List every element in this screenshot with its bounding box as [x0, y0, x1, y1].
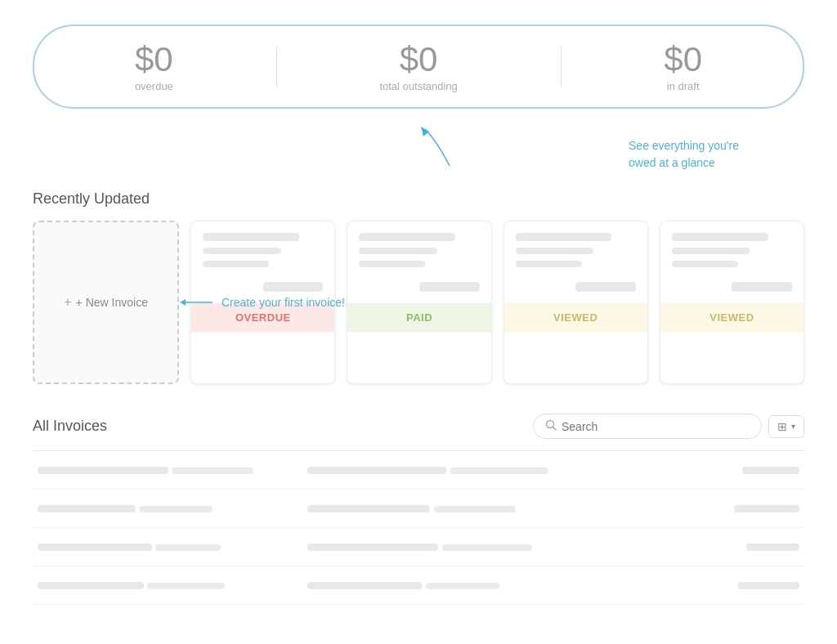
summary-overdue: $0 overdue	[135, 41, 173, 92]
search-box[interactable]	[533, 414, 762, 439]
divider-1	[276, 47, 277, 87]
table-row[interactable]	[33, 566, 804, 605]
skeleton-sub	[139, 506, 213, 512]
skeleton-sub1	[359, 248, 437, 254]
skeleton-cell	[38, 467, 168, 474]
skeleton-cell	[746, 543, 799, 551]
card-body-viewed-2	[660, 221, 803, 292]
view-toggle-button[interactable]: ⊞ ▾	[768, 415, 804, 438]
skeleton-sub	[442, 544, 532, 551]
skeleton-sub2	[359, 261, 425, 267]
summary-total-outstanding: $0 total outstanding	[379, 41, 457, 92]
total-outstanding-amount: $0	[379, 41, 457, 78]
table-cell-right	[573, 566, 804, 605]
table-cell-mid	[302, 566, 572, 605]
table-row[interactable]	[33, 490, 804, 528]
skeleton-sub	[426, 583, 499, 589]
skeleton-amount	[732, 282, 792, 292]
svg-line-3	[553, 427, 557, 431]
skeleton-cell	[734, 505, 799, 512]
skeleton-cell	[307, 582, 422, 589]
overdue-amount: $0	[135, 41, 173, 78]
skeleton-amount	[419, 282, 480, 292]
cards-row: + + New Invoice OVERDUE	[33, 221, 804, 384]
skeleton-cell	[38, 505, 136, 512]
invoice-card-viewed-1[interactable]: VIEWED	[504, 221, 648, 384]
table-cell-left	[33, 566, 302, 605]
recently-updated-title: Recently Updated	[33, 190, 804, 208]
skeleton-sub	[450, 467, 548, 474]
chevron-down-icon: ▾	[791, 422, 795, 431]
grid-icon: ⊞	[777, 420, 787, 433]
in-draft-label: in draft	[664, 80, 702, 92]
summary-annotation-text: See everything you'reowed at a glance	[629, 137, 739, 172]
table-cell-mid	[302, 451, 572, 490]
divider-2	[561, 47, 562, 87]
invoice-table	[33, 451, 804, 605]
skeleton-sub2	[672, 261, 738, 267]
invoices-header: All Invoices ⊞ ▾	[33, 414, 804, 439]
card-body-viewed-1	[504, 221, 647, 292]
recently-updated-section: Recently Updated + + New Invoice OVERDUE	[33, 190, 804, 384]
skeleton-title	[203, 233, 299, 241]
skeleton-cell	[307, 543, 438, 551]
new-invoice-label: + New Invoice	[76, 296, 148, 309]
skeleton-cell	[738, 582, 799, 589]
search-icon	[545, 419, 557, 433]
total-outstanding-label: total outstanding	[379, 80, 457, 92]
skeleton-sub	[172, 467, 253, 474]
invoice-card-overdue[interactable]: OVERDUE	[190, 221, 335, 384]
skeleton-cell	[38, 582, 144, 589]
table-cell-mid	[302, 490, 572, 528]
skeleton-amount	[263, 282, 324, 292]
card-body-overdue	[191, 221, 334, 292]
skeleton-sub	[147, 583, 225, 589]
new-invoice-card[interactable]: + + New Invoice	[33, 221, 179, 384]
annotation-arrow-summary	[384, 125, 482, 170]
table-cell-right	[573, 490, 804, 528]
table-cell-mid	[302, 528, 572, 566]
svg-marker-0	[421, 127, 429, 136]
summary-annotation-area: See everything you'reowed at a glance	[33, 133, 804, 182]
table-row[interactable]	[33, 528, 804, 566]
new-invoice-button[interactable]: + + New Invoice	[64, 295, 148, 310]
all-invoices-section: All Invoices ⊞ ▾	[33, 414, 804, 605]
table-cell-left	[33, 451, 302, 490]
summary-in-draft: $0 in draft	[664, 41, 702, 92]
skeleton-sub1	[516, 248, 594, 254]
skeleton-sub	[434, 506, 516, 512]
skeleton-sub1	[672, 248, 750, 254]
in-draft-amount: $0	[664, 41, 702, 78]
skeleton-amount	[575, 282, 636, 292]
skeleton-sub	[155, 544, 221, 551]
invoice-card-paid[interactable]: PAID	[347, 221, 491, 384]
invoice-card-viewed-2[interactable]: VIEWED	[660, 221, 804, 384]
summary-bar: $0 overdue $0 total outstanding $0 in dr…	[33, 25, 804, 109]
skeleton-cell	[742, 467, 799, 474]
table-cell-right	[573, 528, 804, 566]
skeleton-title	[516, 233, 612, 241]
table-cell-left	[33, 490, 302, 528]
skeleton-sub2	[203, 261, 269, 267]
status-badge-overdue: OVERDUE	[191, 303, 334, 332]
skeleton-cell	[307, 467, 446, 474]
skeleton-title	[359, 233, 455, 241]
status-badge-viewed-2: VIEWED	[660, 303, 803, 332]
skeleton-sub2	[516, 261, 582, 267]
skeleton-sub1	[203, 248, 281, 254]
all-invoices-title: All Invoices	[33, 418, 107, 435]
plus-icon: +	[64, 295, 71, 310]
table-cell-right	[573, 451, 804, 490]
status-badge-viewed-1: VIEWED	[504, 303, 647, 332]
overdue-label: overdue	[135, 80, 173, 92]
status-badge-paid: PAID	[347, 303, 490, 332]
card-body-paid	[347, 221, 490, 292]
search-input[interactable]	[562, 420, 750, 433]
invoices-controls: ⊞ ▾	[533, 414, 804, 439]
skeleton-cell	[307, 505, 430, 512]
table-row[interactable]	[33, 451, 804, 490]
skeleton-title	[672, 233, 768, 241]
cards-container-wrapper: + + New Invoice OVERDUE	[33, 221, 804, 384]
table-cell-left	[33, 528, 302, 566]
skeleton-cell	[38, 543, 152, 551]
